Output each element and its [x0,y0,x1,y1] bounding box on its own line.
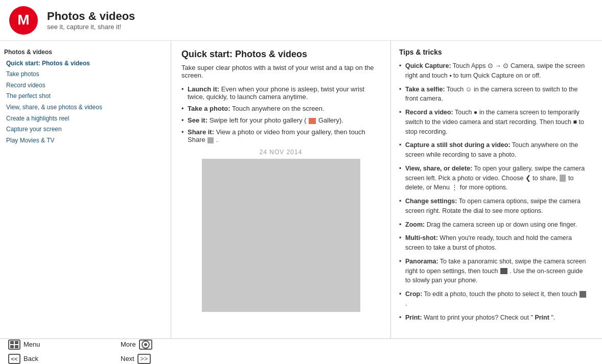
panorama-icon [500,268,507,274]
next-icon: >> [137,354,151,364]
content-list: Launch it: Even when your phone is aslee… [181,85,380,143]
tip-text: Want to print your photos? Check out " [424,314,533,321]
tip-label: Panorama: [405,258,438,265]
svg-rect-5 [15,345,18,348]
main-layout: Photos & videos Quick start: Photos & vi… [0,41,602,338]
tip-label: Quick Capture: [405,62,451,69]
tip-text-end: . [405,300,407,307]
list-item: Take a photo: Touch anywhere on the scre… [181,105,380,112]
tip-text-end: ". [551,314,555,321]
svg-text:M: M [17,12,29,28]
sidebar-item-recordvideos[interactable]: Record videos [4,80,167,91]
tip-label: Print: [405,314,422,321]
item-label: Take a photo: [188,105,230,112]
list-item: See it: Swipe left for your photo galler… [181,116,380,124]
item-label: See it: [188,116,207,124]
content-area: Quick start: Photos & videos Take super … [171,41,602,338]
pencil-icon [580,291,586,298]
item-text-end: . [216,136,218,143]
tip-label: Change settings: [405,198,457,205]
sidebar-item-playmovies[interactable]: Play Movies & TV [4,135,167,147]
svg-rect-3 [15,341,18,344]
date-label: 24 NOV 2014 [181,149,380,156]
svg-point-7 [144,343,147,346]
delete-icon [560,175,566,182]
sidebar-item-highlights[interactable]: Create a highlights reel [4,113,167,125]
menu-label: Menu [24,341,40,348]
header-text: Photos & videos see it, capture it, shar… [47,10,135,31]
back-button[interactable]: << Back [6,353,108,365]
item-text-cont: Gallery). [318,116,343,124]
tips-list: Quick Capture: Touch Apps ⊙ → ⊙ Camera, … [399,61,587,322]
sidebar-item-capturescreen[interactable]: Capture your screen [4,124,167,135]
sidebar-item-perfectshot[interactable]: The perfect shot [4,91,167,102]
tip-item: Take a selfie: Touch ☺ in the camera scr… [399,85,587,104]
tips-title: Tips & tricks [399,48,587,56]
back-label: Back [24,355,38,362]
item-label: Launch it: [188,85,219,93]
back-icon: << [8,354,20,364]
item-text: Touch anywhere on the screen. [232,105,325,112]
tip-item: Crop: To edit a photo, touch the photo t… [399,289,587,309]
more-icon [139,339,152,350]
main-content: Quick start: Photos & videos Take super … [171,41,391,338]
tip-label: Zoom: [405,221,425,228]
next-button[interactable]: Next >> [119,353,154,365]
item-text: Swipe left for your photo gallery ( [210,116,307,124]
tip-label: Record a video: [405,109,453,116]
tip-text: Drag the camera screen up or down using … [427,221,577,228]
tip-label: Capture a still shot during a video: [405,141,511,149]
tip-text: To edit a photo, touch the photo to sele… [424,290,580,298]
more-button[interactable]: More [119,338,154,351]
footer-left: Menu << Back [6,338,108,365]
sidebar-section-title: Photos & videos [4,47,167,58]
tip-item: Quick Capture: Touch Apps ⊙ → ⊙ Camera, … [399,61,587,81]
sidebar-item-quickstart[interactable]: Quick start: Photos & videos [4,58,167,69]
footer-right: More Next >> [119,338,154,365]
header: M Photos & videos see it, capture it, sh… [0,0,602,41]
list-item: Launch it: Even when your phone is aslee… [181,85,380,101]
tip-item: Record a video: Touch ● in the camera sc… [399,108,587,136]
tip-label: Take a selfie: [405,86,445,93]
page-title: Photos & videos [47,10,135,23]
svg-rect-4 [10,345,14,348]
next-label: Next [121,355,134,362]
sidebar: Photos & videos Quick start: Photos & vi… [0,41,171,338]
content-intro: Take super clear photos with a twist of … [181,64,380,79]
svg-rect-2 [10,341,14,344]
tip-label: View, share, or delete: [405,165,472,172]
tips-panel: Tips & tricks Quick Capture: Touch Apps … [391,41,595,338]
tip-label: Multi-shot: [405,234,438,241]
tip-item: Multi-shot: When you're ready, touch and… [399,233,587,253]
share-icon [207,137,214,143]
tip-item: Capture a still shot during a video: Tou… [399,140,587,160]
more-label: More [121,341,136,348]
motorola-logo: M [8,5,39,36]
item-text: View a photo or video from your gallery,… [188,128,365,143]
sidebar-item-viewshare[interactable]: View, share, & use photos & videos [4,102,167,113]
content-title: Quick start: Photos & videos [181,49,380,60]
footer: Menu << Back More Next >> [0,338,602,364]
tip-item: Print: Want to print your photos? Check … [399,313,587,323]
page-subtitle: see it, capture it, share it! [47,23,135,31]
tip-item: Change settings: To open camera options,… [399,197,587,216]
menu-button[interactable]: Menu [6,338,108,351]
print-bold: Print [535,314,549,321]
tip-item: Panorama: To take a panoramic shot, swip… [399,257,587,285]
tip-item: Zoom: Drag the camera screen up or down … [399,220,587,230]
menu-icon [8,339,20,350]
photo-placeholder [202,159,360,312]
item-label: Share it: [188,128,214,136]
list-item: Share it: View a photo or video from you… [181,128,380,143]
gallery-icon [309,118,316,124]
tip-item: View, share, or delete: To open your gal… [399,164,587,192]
tip-label: Crop: [405,290,422,298]
sidebar-item-takephotos[interactable]: Take photos [4,69,167,80]
